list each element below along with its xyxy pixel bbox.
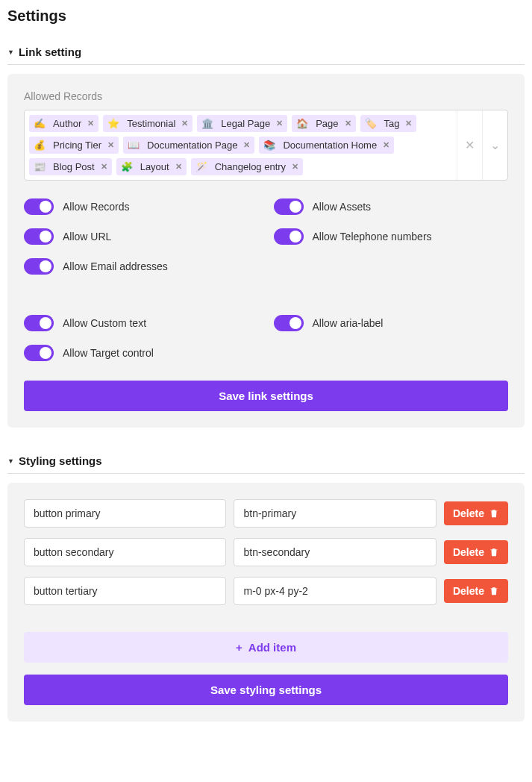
tag-label: Pricing Tier [53,140,101,151]
trash-icon [489,508,499,519]
remove-tag-icon[interactable]: ✕ [107,141,114,149]
toggle-allow-target-control[interactable] [24,345,54,361]
style-row: Delete [24,538,508,566]
style-name-input[interactable] [24,538,226,566]
chevron-down-icon[interactable]: ⌄ [482,110,507,180]
save-styling-settings-button[interactable]: Save styling settings [24,675,508,705]
tags-area: ✍️Author✕⭐Testimonial✕🏛️Legal Page✕🏠Page… [25,110,457,180]
style-value-input[interactable] [234,538,436,566]
plus-icon: + [236,641,242,654]
tag-label: Author [53,118,81,129]
delete-label: Delete [453,585,484,597]
remove-tag-icon[interactable]: ✕ [276,119,283,128]
save-link-settings-button[interactable]: Save link settings [24,381,508,411]
tag-label: Page [316,118,338,129]
tag-emoji-icon: ✍️ [34,118,46,129]
page-title: Settings [7,7,525,25]
tag-label: Documentation Page [147,140,237,151]
remove-tag-icon[interactable]: ✕ [383,141,389,149]
record-tag: 🧩Layout✕ [116,158,187,175]
delete-label: Delete [453,546,484,558]
tag-emoji-icon: 📰 [34,161,46,172]
style-rows: DeleteDeleteDelete [24,499,508,605]
section-title-link: Link setting [19,46,81,58]
tag-label: Testimonial [127,118,175,129]
tag-label: Blog Post [53,161,95,172]
record-tag: 📰Blog Post✕ [29,158,112,175]
section-header-link[interactable]: ▼ Link setting [7,40,525,65]
delete-button[interactable]: Delete [444,540,508,564]
style-value-input[interactable] [234,577,436,605]
tag-emoji-icon: 📚 [263,140,275,151]
toggle-allow-assets[interactable] [274,198,304,215]
remove-tag-icon[interactable]: ✕ [87,119,94,128]
add-item-label: Add item [248,641,296,654]
toggle-allow-url[interactable] [24,228,54,245]
styling-settings-panel: DeleteDeleteDelete + Add item Save styli… [7,483,525,722]
tag-emoji-icon: 💰 [34,140,46,151]
toggle-label-assets: Allow Assets [313,201,372,213]
record-tag: 📚Documentation Home✕ [259,137,394,154]
toggle-label-custom-text: Allow Custom text [63,317,146,329]
tag-emoji-icon: 📖 [128,140,140,151]
toggle-allow-records[interactable] [24,198,54,215]
tag-label: Tag [384,118,400,129]
style-name-input[interactable] [24,499,226,528]
chevron-down-icon: ▼ [7,457,14,465]
record-tag: 🏷️Tag✕ [360,115,417,132]
remove-tag-icon[interactable]: ✕ [405,119,412,128]
link-settings-panel: Allowed Records ✍️Author✕⭐Testimonial✕🏛️… [7,74,525,428]
toggle-allow-custom-text[interactable] [24,315,54,331]
delete-button[interactable]: Delete [444,501,508,525]
record-tag: ✍️Author✕ [29,115,98,132]
style-value-input[interactable] [234,499,436,528]
tag-label: Legal Page [221,118,270,129]
tag-emoji-icon: ⭐ [107,118,119,129]
section-title-styling: Styling settings [19,454,102,467]
allowed-records-label: Allowed Records [24,90,508,102]
toggle-row-email: Allow Email addresses [24,258,508,275]
toggle-allow-aria-label[interactable] [274,315,304,331]
record-tag: ⭐Testimonial✕ [103,115,193,132]
remove-tag-icon[interactable]: ✕ [181,119,188,128]
toggle-row-telephone: Allow Telephone numbers [274,228,509,245]
toggle-row-custom-text: Allow Custom text [24,315,259,331]
record-tag: 💰Pricing Tier✕ [29,137,119,154]
section-header-styling[interactable]: ▼ Styling settings [7,448,525,474]
remove-tag-icon[interactable]: ✕ [175,163,182,171]
allowed-records-select[interactable]: ✍️Author✕⭐Testimonial✕🏛️Legal Page✕🏠Page… [24,110,508,181]
toggle-row-assets: Allow Assets [274,198,509,215]
toggle-label-telephone: Allow Telephone numbers [313,231,432,243]
toggle-allow-telephone[interactable] [274,228,304,245]
style-row: Delete [24,577,508,605]
trash-icon [489,586,499,596]
remove-tag-icon[interactable]: ✕ [101,163,107,171]
trash-icon [489,547,499,557]
tag-emoji-icon: 🏷️ [365,118,377,129]
clear-all-icon[interactable]: ✕ [457,110,482,180]
record-tag: 📖Documentation Page✕ [123,137,254,154]
delete-button[interactable]: Delete [444,579,508,603]
toggle-label-url: Allow URL [63,231,111,243]
style-name-input[interactable] [24,577,226,605]
record-tag: 🏠Page✕ [292,115,355,132]
tag-label: Layout [140,161,169,172]
remove-tag-icon[interactable]: ✕ [243,141,250,149]
record-tag: 🏛️Legal Page✕ [197,115,287,132]
toggle-label-email: Allow Email addresses [63,260,168,272]
add-item-button[interactable]: + Add item [24,632,508,663]
chevron-down-icon: ▼ [7,49,14,56]
toggles-grid: Allow Records Allow Assets Allow URL All… [24,198,508,361]
tag-emoji-icon: 🏠 [296,118,308,129]
toggle-label-target-control: Allow Target control [63,347,154,359]
tag-label: Changelog entry [215,161,286,172]
toggle-allow-email[interactable] [24,258,54,275]
tag-emoji-icon: 🪄 [195,161,207,172]
remove-tag-icon[interactable]: ✕ [345,119,351,128]
tag-label: Documentation Home [283,140,377,151]
toggle-label-aria-label: Allow aria-label [313,317,384,329]
delete-label: Delete [453,507,484,519]
toggle-row-records: Allow Records [24,198,259,215]
tag-emoji-icon: 🏛️ [201,118,213,129]
remove-tag-icon[interactable]: ✕ [292,163,298,171]
